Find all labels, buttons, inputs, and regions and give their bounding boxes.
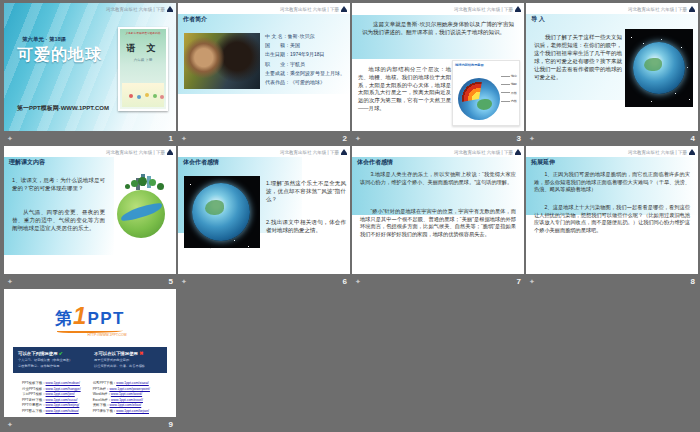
slide-cell-6: 河北教育出版社 六年级 | 下册 体会作者感情 1.理解“虽然这个乐土不是全无风… xyxy=(178,146,350,289)
link-row: 行业PPT模板：www.1ppt.com/hangye/ xyxy=(22,387,81,391)
leader-line xyxy=(501,84,510,85)
trees xyxy=(125,184,130,189)
slide-meta-5: ✦ 5 xyxy=(4,274,176,289)
author-field: 中 文 名：鲁斯·坎贝尔 xyxy=(265,32,347,41)
author-field: 国 籍：美国 xyxy=(265,41,347,50)
publisher-logo-icon xyxy=(689,149,695,155)
slide-header: 河北教育出版社 六年级 | 下册 xyxy=(454,6,521,12)
transition-star-icon: ✦ xyxy=(355,135,361,142)
link-row: PPT背景图片：www.1ppt.com/beijing/ xyxy=(22,403,81,407)
paragraph: 这篇文章就是鲁斯·坎贝尔用她亲身体验以及广博的宇宙知识为我们讲述的。翻开课本前，… xyxy=(362,20,514,36)
links-column-right: 优秀PPT下载：www.1ppt.com/xiazai/ PPT教程：www.1… xyxy=(93,381,150,413)
publisher-text: 河北教育出版社 六年级 | 下册 xyxy=(280,7,339,12)
slide-thumbnail-3[interactable]: 河北教育出版社 六年级 | 下册 这篇文章就是鲁斯·坎贝尔用她亲身体验以及广博的… xyxy=(352,3,524,131)
author-photo xyxy=(184,33,260,89)
publisher-text: 河北教育出版社 六年级 | 下册 xyxy=(628,7,687,12)
publisher-logo-icon xyxy=(515,149,521,155)
unit-line: 第六单元 · 第18课 xyxy=(22,36,66,43)
slide-thumbnail-4[interactable]: 河北教育出版社 六年级 | 下册 导 入 我们了解了关于这样一些天文知识后，老师… xyxy=(526,3,698,131)
publisher-text: 河北教育出版社 六年级 | 下册 xyxy=(628,150,687,155)
logo-part-ppt: PPT xyxy=(87,309,125,328)
slide-number: 6 xyxy=(343,277,347,286)
link-row: PPT图表下载：www.1ppt.com/tubiao/ xyxy=(22,409,81,413)
slide-thumbnail-1[interactable]: 河北教育出版社 六年级 | 下册 第六单元 · 第18课 可爱的地球 第一PPT… xyxy=(4,3,176,131)
lesson-title: 可爱的地球 xyxy=(17,45,102,66)
teal-band xyxy=(4,157,114,255)
section-badge: 作者简介 xyxy=(183,15,207,24)
earth-globe xyxy=(633,42,685,94)
publisher-text: 河北教育出版社 六年级 | 下册 xyxy=(106,150,165,155)
slide-header: 河北教育出版社 六年级 | 下册 xyxy=(280,6,347,12)
stars xyxy=(631,37,632,38)
transition-star-icon: ✦ xyxy=(529,135,535,142)
license-allowed-column: 可以在下列情况使用 ✔ 个人学习、研究或欣赏（非商业用途） 学校教育教学、课件制… xyxy=(18,350,86,370)
author-field: 出生日期：1974年9月18日 xyxy=(265,50,347,59)
publisher-logo-icon xyxy=(341,6,347,12)
slide-meta-3: ✦ 3 xyxy=(352,131,524,146)
logo-part-di: 第 xyxy=(55,309,72,328)
slide-meta-7: ✦ 7 xyxy=(352,274,524,289)
link-row: 节日PPT模板：www.1ppt.com/jieri/ xyxy=(22,392,81,396)
transition-star-icon: ✦ xyxy=(529,278,535,285)
slide-cell-7: 河北教育出版社 六年级 | 下册 体会作者感情 3.地球是人类生存的乐土，所以安… xyxy=(352,146,524,289)
slide-thumbnail-5[interactable]: 河北教育出版社 六年级 | 下册 理解课文内容 1、读课文，思考：为什么说地球是… xyxy=(4,146,176,274)
section-badge: 拓展延伸 xyxy=(531,158,555,167)
transition-star-icon: ✦ xyxy=(181,278,187,285)
link-row: PPT模板下载：www.1ppt.com/moban/ xyxy=(22,381,81,385)
leader-line xyxy=(501,76,510,77)
transition-star-icon: ✦ xyxy=(7,421,13,428)
link-row: PPT教程：www.1ppt.com/powerpoint/ xyxy=(93,387,150,391)
author-field: 职 业：宇航员 xyxy=(265,60,347,69)
slide-thumbnail-8[interactable]: 河北教育出版社 六年级 | 下册 拓展延伸 1、正因为我们可爱的地球是脆弱的，而… xyxy=(526,146,698,274)
transition-star-icon: ✦ xyxy=(7,135,13,142)
slide-thumbnail-9[interactable]: 第1PPT HTTP://WWW.1PPT.COM 可以在下列情况使用 ✔ 个人… xyxy=(4,289,176,417)
publisher-text: 河北教育出版社 六年级 | 下册 xyxy=(454,150,513,155)
slide-cell-4: 河北教育出版社 六年级 | 下册 导 入 我们了解了关于这样一些天文知识后，老师… xyxy=(526,3,698,146)
author-field: 主要成就：乘坐阿波罗号登上月球。 xyxy=(265,69,347,78)
slide-cell-5: 河北教育出版社 六年级 | 下册 理解课文内容 1、读课文，思考：为什么说地球是… xyxy=(4,146,176,289)
slide-header: 河北教育出版社 六年级 | 下册 xyxy=(454,149,521,155)
slide-thumbnail-2[interactable]: 河北教育出版社 六年级 | 下册 作者简介 中 文 名：鲁斯·坎贝尔 国 籍：美… xyxy=(178,3,350,131)
stars xyxy=(190,184,191,185)
slide-header: 河北教育出版社 六年级 | 下册 xyxy=(280,149,347,155)
slide-cell-9: 第1PPT HTTP://WWW.1PPT.COM 可以在下列情况使用 ✔ 个人… xyxy=(4,289,176,432)
publisher-text: 河北教育出版社 六年级 | 下册 xyxy=(280,150,339,155)
link-row: PPT课件下载：www.1ppt.com/kejian/ xyxy=(93,409,150,413)
diagram-labels: 地壳 地幔 外核 内核 xyxy=(501,74,517,103)
publisher-logo-icon xyxy=(167,6,173,12)
slide-thumbnail-7[interactable]: 河北教育出版社 六年级 | 下册 体会作者感情 3.地球是人类生存的乐土，所以安… xyxy=(352,146,524,274)
slide-number: 5 xyxy=(169,277,173,286)
slide-header: 河北教育出版社 六年级 | 下册 xyxy=(628,149,695,155)
slide-thumbnail-6[interactable]: 河北教育出版社 六年级 | 下册 体会作者感情 1.理解“虽然这个乐土不是全无风… xyxy=(178,146,350,274)
slide-sorter-view: 河北教育出版社 六年级 | 下册 第六单元 · 第18课 可爱的地球 第一PPT… xyxy=(0,0,700,432)
paragraph: 3.地球是人类生存的乐土，所以安德斯上校说：“我觉得大家应该同心协力，维护这个娇… xyxy=(360,171,516,186)
question-text: 1、读课文，思考：为什么说地球是可爱的？它的可爱体现在哪里？ xyxy=(12,176,105,192)
check-icon: ✔ xyxy=(59,350,63,356)
slide-meta-8: ✦ 8 xyxy=(526,274,698,289)
slide-meta-1: ✦ 1 xyxy=(4,131,176,146)
publisher-logo-icon xyxy=(515,6,521,12)
slide-cell-2: 河北教育出版社 六年级 | 下册 作者简介 中 文 名：鲁斯·坎贝尔 国 籍：美… xyxy=(178,3,350,146)
earth-in-space-image xyxy=(625,29,693,107)
diagram-label: 地幔 xyxy=(501,82,517,86)
slide-cell-1: 河北教育出版社 六年级 | 下册 第六单元 · 第18课 可爱的地球 第一PPT… xyxy=(4,3,176,146)
logo-url: HTTP://WWW.1PPT.COM xyxy=(4,334,176,337)
slide-number: 9 xyxy=(169,420,173,429)
question-text: 1.理解“虽然这个乐土不是全无风波，优点却不容抹煞”“风波”指什么？ xyxy=(266,179,346,203)
slide-number: 3 xyxy=(517,134,521,143)
paragraph: 2、这是地球上十大污染物图，我们一起看看是哪些，看到这些让人担忧的污染物，想想我… xyxy=(534,204,690,234)
textbook-cover-image: 义务教育课程标准实验教科书 语 文 六年级 下册 xyxy=(118,27,168,111)
textbook-title: 语 文 xyxy=(120,42,166,55)
publisher-logo-icon xyxy=(341,149,347,155)
cross-icon: ✖ xyxy=(139,350,143,356)
slide-header: 河北教育出版社 六年级 | 下册 xyxy=(106,6,173,12)
answer-text: 从气温、四季的变更、昼夜的更替、重力的适中、气候的变化等方面阐明地球是适宜人类居… xyxy=(12,208,105,232)
slide-number: 2 xyxy=(343,134,347,143)
license-allowed-item: 个人学习、研究或欣赏（非商业用途） xyxy=(18,358,86,363)
slide-meta-9: ✦ 9 xyxy=(4,417,176,432)
logo-part-1: 1 xyxy=(73,302,86,329)
link-row: 优秀PPT下载：www.1ppt.com/xiazai/ xyxy=(93,381,150,385)
license-denied-column: 不可以在以下情况使用 ✖ 用于任何形式的商业目的 以任何形式出版、传播、出售本模… xyxy=(94,350,162,370)
resource-links: PPT模板下载：www.1ppt.com/moban/ 行业PPT模板：www.… xyxy=(22,381,150,413)
slide-number: 7 xyxy=(517,277,521,286)
